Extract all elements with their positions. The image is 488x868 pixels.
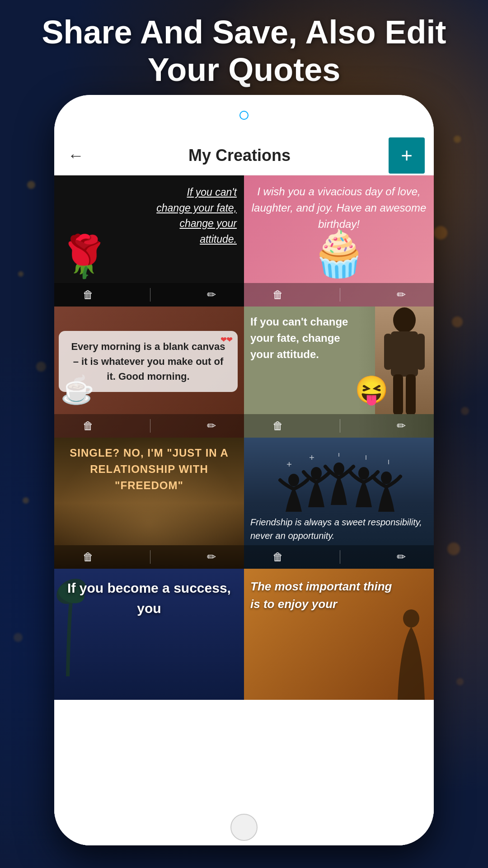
- bokeh-dot: [456, 678, 464, 685]
- trash-icon-4[interactable]: 🗑: [272, 420, 283, 432]
- add-button[interactable]: +: [389, 137, 425, 174]
- card-5-quote: Single? No, I'm "just in a relationship …: [54, 445, 244, 494]
- edit-icon-6[interactable]: ✏: [397, 551, 406, 563]
- cupcake-icon: 🧁: [244, 227, 434, 280]
- creations-grid: 🌹 If you can't change your fate, change …: [54, 175, 434, 700]
- card-4-actions: 🗑 ✏: [244, 414, 434, 438]
- header-title: Share And Save, Also Edit Your Quotes: [0, 14, 488, 89]
- card-1-actions: 🗑 ✏: [54, 283, 244, 307]
- bokeh-dot: [27, 181, 35, 189]
- svg-point-20: [403, 609, 419, 627]
- card-6[interactable]: Friendship is always a sweet responsibil…: [244, 438, 434, 569]
- card-5-actions: 🗑 ✏: [54, 545, 244, 569]
- card-2-quote: I wish you a vivacious day of love, laug…: [250, 184, 427, 232]
- bokeh-dot: [452, 316, 463, 327]
- card-6-quote: Friendship is always a sweet responsibil…: [250, 515, 427, 542]
- trash-icon-3[interactable]: 🗑: [83, 420, 94, 432]
- bokeh-dot: [454, 136, 461, 143]
- card-3[interactable]: ☕ ❤❤ Every morning is a blank canvas – i…: [54, 307, 244, 438]
- trash-icon-2[interactable]: 🗑: [272, 288, 283, 301]
- edit-icon-1[interactable]: ✏: [207, 288, 216, 301]
- bokeh-dot: [434, 226, 447, 240]
- svg-rect-4: [393, 374, 403, 414]
- svg-point-9: [358, 467, 369, 480]
- app-header: ← My Creations +: [54, 136, 434, 175]
- phone-camera: [239, 111, 249, 120]
- edit-icon-3[interactable]: ✏: [207, 420, 216, 432]
- divider-3: [150, 419, 150, 433]
- svg-point-0: [393, 307, 416, 333]
- bokeh-dot: [23, 497, 29, 504]
- edit-icon-4[interactable]: ✏: [397, 420, 406, 432]
- divider-2: [340, 288, 340, 302]
- card-6-actions: 🗑 ✏: [244, 545, 434, 569]
- card-4-quote: If you can't change your fate, change yo…: [250, 314, 359, 363]
- divider-4: [340, 419, 340, 433]
- svg-point-10: [381, 472, 392, 484]
- figure-svg: [393, 609, 429, 700]
- divider-1: [150, 288, 150, 302]
- trash-icon-6[interactable]: 🗑: [272, 551, 283, 563]
- svg-rect-5: [406, 374, 416, 414]
- rose-icon: 🌹: [59, 233, 109, 280]
- card-7[interactable]: If you become a success, you: [54, 569, 244, 700]
- phone-top: [54, 95, 434, 136]
- svg-rect-2: [384, 334, 392, 370]
- svg-rect-3: [417, 334, 425, 370]
- card-4[interactable]: 😝 If you can't change your fate, change …: [244, 307, 434, 438]
- app-title: My Creations: [90, 146, 389, 165]
- divider-6: [340, 550, 340, 564]
- edit-icon-2[interactable]: ✏: [397, 288, 406, 301]
- home-button[interactable]: [230, 814, 258, 841]
- svg-point-8: [333, 462, 344, 475]
- bokeh-dot: [461, 407, 469, 415]
- card-3-quote: ❤❤ Every morning is a blank canvas – it …: [59, 331, 238, 392]
- phone-shell: ← My Creations + 🌹 If you can't change y…: [54, 95, 434, 845]
- card-2-actions: 🗑 ✏: [244, 283, 434, 307]
- bokeh-dot: [36, 362, 46, 372]
- app-content: ← My Creations + 🌹 If you can't change y…: [54, 136, 434, 845]
- card-8-quote: The most important thing is to enjoy you…: [250, 578, 393, 613]
- card-1[interactable]: 🌹 If you can't change your fate, change …: [54, 175, 244, 307]
- phone-bottom: [54, 809, 434, 845]
- bokeh-dot: [14, 633, 23, 642]
- bokeh-dot: [447, 542, 460, 555]
- card-7-quote: If you become a success, you: [54, 578, 244, 618]
- svg-point-6: [288, 474, 299, 486]
- edit-icon-5[interactable]: ✏: [207, 551, 216, 563]
- back-button[interactable]: ←: [63, 142, 90, 170]
- card-5[interactable]: Single? No, I'm "just in a relationship …: [54, 438, 244, 569]
- trash-icon-5[interactable]: 🗑: [83, 551, 94, 563]
- bokeh-dot: [18, 271, 23, 277]
- divider-5: [150, 550, 150, 564]
- card-2[interactable]: 🧁 I wish you a vivacious day of love, la…: [244, 175, 434, 307]
- emoji-icon: 😝: [355, 374, 389, 406]
- card-8[interactable]: The most important thing is to enjoy you…: [244, 569, 434, 700]
- figure-bg: [393, 609, 429, 700]
- svg-point-7: [311, 467, 322, 480]
- card-1-quote: If you can't change your fate, change yo…: [155, 184, 237, 247]
- svg-rect-1: [391, 331, 418, 377]
- card-3-actions: 🗑 ✏: [54, 414, 244, 438]
- trash-icon-1[interactable]: 🗑: [83, 288, 94, 301]
